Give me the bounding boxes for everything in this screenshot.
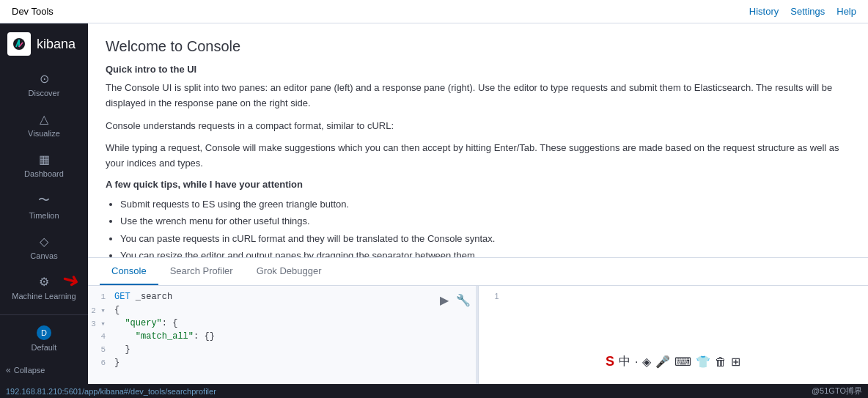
tip-3: You can paste requests in cURL format an… <box>120 230 850 247</box>
main-layout: kibana ⊙ Discover △ Visualize ▦ Dashboar… <box>0 23 868 384</box>
ime-grid-icon[interactable]: ⊞ <box>731 355 740 369</box>
paragraph-1: The Console UI is split into two panes: … <box>106 81 850 111</box>
editor-line-6: 6 } <box>88 358 478 371</box>
tips-list: Submit requests to ES using the green tr… <box>106 196 850 258</box>
sidebar-item-label: Timelion <box>29 211 59 220</box>
dashboard-icon: ▦ <box>39 152 50 166</box>
sidebar-item-label: Machine Learning <box>12 292 76 301</box>
ime-keyboard-icon[interactable]: ⌨ <box>674 355 691 369</box>
top-bar: Dev Tools History Settings Help <box>0 0 868 23</box>
content-area: Welcome to Console Quick intro to the UI… <box>88 23 868 384</box>
visualize-icon: △ <box>40 112 48 126</box>
ime-trash-icon[interactable]: 🗑 <box>715 355 727 369</box>
editor-toolbar: ▶ 🔧 <box>438 292 472 309</box>
wrench-button[interactable]: 🔧 <box>455 292 472 309</box>
canvas-icon: ◇ <box>40 235 48 248</box>
sidebar: kibana ⊙ Discover △ Visualize ▦ Dashboar… <box>0 23 88 384</box>
sidebar-collapse-button[interactable]: « Collapse <box>0 359 88 381</box>
dev-tools-tabs: Console Search Profiler Grok Debugger <box>88 258 868 286</box>
sidebar-item-timelion[interactable]: 〜 Timelion <box>0 185 88 227</box>
tip-1: Submit requests to ES using the green tr… <box>120 196 850 213</box>
welcome-pane: Welcome to Console Quick intro to the UI… <box>88 23 868 258</box>
editor-line-5: 5 } <box>88 344 478 358</box>
discover-icon: ⊙ <box>40 72 49 86</box>
sidebar-item-label: Discover <box>29 89 60 97</box>
sidebar-item-machine-learning[interactable]: ⚙ Machine Learning <box>0 268 88 308</box>
sidebar-logo: kibana <box>0 23 88 65</box>
editor-content[interactable]: 1 GET _search 2 ▾ { 3 ▾ "query": { 4 "ma… <box>88 286 478 384</box>
welcome-title: Welcome to Console <box>106 38 850 55</box>
run-button[interactable]: ▶ <box>438 292 450 309</box>
tip-2: Use the wrench menu for other useful thi… <box>120 213 850 229</box>
tip-4: You can resize the editor and output pan… <box>120 247 850 258</box>
status-bar: 192.168.81.210:5601/app/kibana#/dev_tool… <box>0 384 868 398</box>
response-line-numbers: 1 <box>479 286 505 301</box>
paragraph-2: Console understands requests in a compac… <box>106 119 850 134</box>
sidebar-item-label: Visualize <box>28 129 60 138</box>
top-bar-title: Dev Tools <box>12 6 54 17</box>
sidebar-item-label: Dashboard <box>24 169 64 178</box>
ml-icon: ⚙ <box>39 275 49 289</box>
history-link[interactable]: History <box>749 6 779 17</box>
ime-settings-icon[interactable]: ◈ <box>642 355 651 369</box>
editor-area: ▶ 🔧 1 GET _search 2 ▾ { 3 ▾ "query": { <box>88 286 868 384</box>
top-bar-actions: History Settings Help <box>749 6 856 17</box>
sidebar-item-label: Default <box>32 343 57 352</box>
timelion-icon: 〜 <box>38 193 50 208</box>
sidebar-nav: ⊙ Discover △ Visualize ▦ Dashboard 〜 Tim… <box>0 65 88 314</box>
sidebar-bottom: D Default « Collapse <box>0 314 88 384</box>
ime-s-icon[interactable]: S <box>606 354 614 369</box>
sidebar-item-dashboard[interactable]: ▦ Dashboard <box>0 145 88 185</box>
paragraph-3: While typing a request, Console will mak… <box>106 141 850 172</box>
collapse-label: Collapse <box>14 366 45 375</box>
ime-shirt-icon[interactable]: 👕 <box>696 355 710 369</box>
resize-handle[interactable] <box>476 286 478 384</box>
ime-toolbar: S 中 · ◈ 🎤 ⌨ 👕 🗑 ⊞ <box>600 351 746 372</box>
sidebar-logo-text: kibana <box>37 37 76 52</box>
sidebar-item-label: Canvas <box>30 251 57 260</box>
settings-link[interactable]: Settings <box>790 6 825 17</box>
tab-grok-debugger[interactable]: Grok Debugger <box>245 258 334 285</box>
status-right: @51GTO搏界 <box>812 386 862 397</box>
editor-line-3: 3 ▾ "query": { <box>88 318 478 331</box>
tab-console[interactable]: Console <box>100 258 158 285</box>
collapse-icon: « <box>6 365 11 375</box>
ime-zh-icon[interactable]: 中 <box>619 354 630 369</box>
editor-line-4: 4 "match_all": {} <box>88 331 478 344</box>
help-link[interactable]: Help <box>836 6 856 17</box>
kibana-logo-icon <box>7 32 31 56</box>
editor-pane[interactable]: ▶ 🔧 1 GET _search 2 ▾ { 3 ▾ "query": { <box>88 286 479 384</box>
editor-line-2: 2 ▾ { <box>88 305 478 318</box>
sidebar-item-visualize[interactable]: △ Visualize <box>0 105 88 145</box>
tab-search-profiler[interactable]: Search Profiler <box>158 258 245 285</box>
sidebar-item-canvas[interactable]: ◇ Canvas <box>0 227 88 268</box>
sidebar-item-default[interactable]: D Default <box>0 318 88 359</box>
editor-line-1: 1 GET _search <box>88 292 478 305</box>
sidebar-item-infrastructure[interactable]: ⊞ Infrastructure <box>0 308 88 314</box>
ime-punct-icon[interactable]: · <box>635 355 638 369</box>
status-url: 192.168.81.210:5601/app/kibana#/dev_tool… <box>6 387 216 396</box>
response-pane: 1 S 中 · ◈ 🎤 ⌨ 👕 🗑 ⊞ <box>479 286 869 384</box>
sidebar-item-discover[interactable]: ⊙ Discover <box>0 65 88 105</box>
ime-mic-icon[interactable]: 🎤 <box>655 355 670 369</box>
default-icon: D <box>37 325 51 340</box>
tips-title: A few quick tips, while I have your atte… <box>106 179 850 190</box>
quick-intro-heading: Quick intro to the UI <box>106 64 850 75</box>
